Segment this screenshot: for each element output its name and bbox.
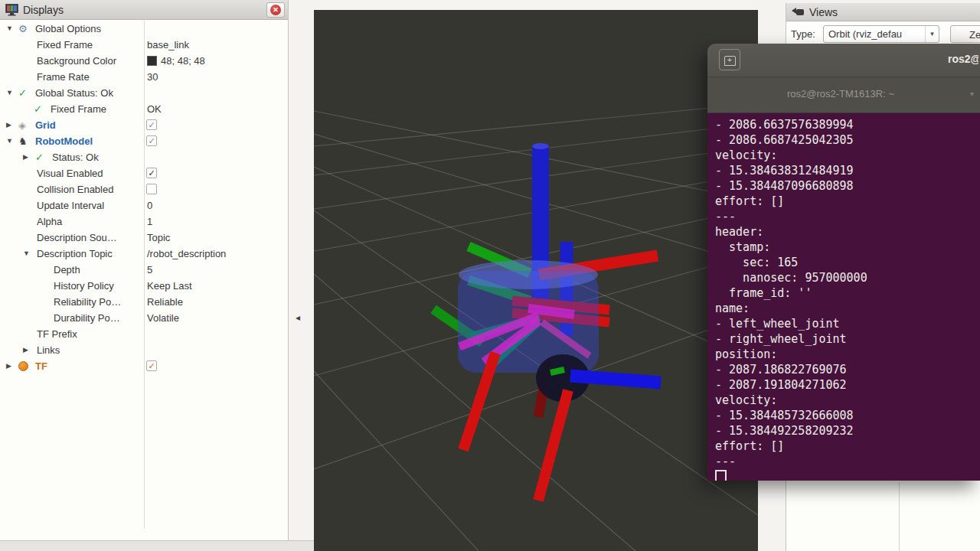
terminal-output[interactable]: - 2086.6637576389994 - 2086.668742504230… bbox=[707, 113, 980, 481]
tf-link-magenta bbox=[528, 308, 574, 315]
property-value[interactable]: 0 bbox=[147, 197, 152, 214]
displays-panel: Displays ✕ ▼⚙Global OptionsFixed Frameba… bbox=[0, 0, 289, 540]
property-label: Depth bbox=[54, 262, 80, 278]
terminal-tabbar: ros2@ros2-TM1613R: ~ ▾ bbox=[707, 77, 980, 113]
panel-title: Views bbox=[809, 6, 977, 18]
property-label: Durability Po… bbox=[54, 310, 120, 326]
tf-icon bbox=[18, 361, 28, 371]
displays-panel-icon bbox=[5, 4, 18, 16]
views-column-divider bbox=[899, 482, 900, 551]
views-panel-icon bbox=[792, 8, 805, 17]
checkbox-unchecked[interactable] bbox=[146, 184, 157, 194]
property-value[interactable]: Topic bbox=[147, 230, 170, 246]
property-label: Description Sou… bbox=[37, 230, 117, 246]
property-label: Grid bbox=[35, 117, 56, 133]
check-icon: ✓ bbox=[34, 101, 42, 117]
terminal-tab[interactable]: ros2@ros2-TM1613R: ~ bbox=[787, 88, 894, 99]
property-label: Collision Enabled bbox=[37, 181, 113, 197]
gear-icon: ⚙ bbox=[18, 21, 28, 37]
terminal-headerbar: + ros2@ bbox=[707, 44, 980, 77]
expand-arrow-icon[interactable]: ▶ bbox=[23, 342, 28, 358]
property-label: Description Topic bbox=[37, 246, 113, 262]
close-panel-button[interactable]: ✕ bbox=[266, 2, 285, 18]
zero-button[interactable]: Ze bbox=[950, 25, 980, 43]
property-label: Visual Enabled bbox=[37, 165, 103, 181]
property-value[interactable]: /robot_description bbox=[147, 246, 226, 262]
collapse-arrow-icon[interactable]: ▼ bbox=[6, 21, 13, 37]
property-label: TF bbox=[35, 358, 47, 374]
collapse-arrow-icon[interactable]: ▼ bbox=[6, 133, 13, 149]
checkbox-checked[interactable]: ✓ bbox=[146, 119, 157, 130]
grid-icon: ◈ bbox=[18, 117, 26, 133]
property-value[interactable]: 5 bbox=[147, 262, 152, 278]
new-tab-icon: + bbox=[724, 56, 736, 66]
chevron-down-icon: ▾ bbox=[970, 90, 974, 98]
checkbox-checked[interactable]: ✓ bbox=[146, 135, 157, 146]
new-tab-button[interactable]: + bbox=[719, 49, 740, 70]
property-value[interactable]: base_link bbox=[147, 37, 189, 53]
3d-viewport[interactable] bbox=[314, 10, 758, 551]
property-value[interactable]: 30 bbox=[147, 69, 158, 85]
property-value[interactable]: Reliable bbox=[147, 294, 183, 310]
bottom-panel-edge bbox=[0, 540, 314, 551]
property-value[interactable]: OK bbox=[147, 101, 162, 117]
axis-z-blue-cylinder bbox=[570, 376, 661, 383]
robot-model bbox=[433, 143, 661, 500]
collapse-arrow-icon[interactable]: ▼ bbox=[6, 85, 13, 101]
chevron-down-icon: ▾ bbox=[925, 26, 939, 42]
displays-panel-titlebar: Displays ✕ bbox=[0, 0, 288, 20]
property-value[interactable]: Keep Last bbox=[147, 278, 192, 294]
property-label: Alpha bbox=[37, 214, 62, 230]
property-value[interactable]: 1 bbox=[147, 214, 152, 230]
property-label: Fixed Frame bbox=[51, 101, 106, 117]
property-label: Fixed Frame bbox=[37, 37, 93, 53]
property-label: Reliability Po… bbox=[54, 294, 121, 310]
property-value[interactable]: 48; 48; 48 bbox=[161, 53, 205, 69]
panel-title: Displays bbox=[23, 4, 266, 16]
collapse-arrow-icon[interactable]: ▼ bbox=[23, 246, 30, 262]
property-label: History Policy bbox=[54, 278, 114, 294]
property-label: Global Options bbox=[35, 21, 101, 37]
view-type-dropdown[interactable]: Orbit (rviz_defau ▾ bbox=[823, 25, 939, 43]
expand-arrow-icon[interactable]: ▶ bbox=[6, 117, 11, 133]
expand-arrow-icon[interactable]: ▶ bbox=[23, 149, 28, 165]
check-icon: ✓ bbox=[35, 149, 44, 165]
close-icon: ✕ bbox=[270, 5, 281, 15]
terminal-window-title: ros2@ bbox=[948, 53, 978, 65]
property-label: TF Prefix bbox=[37, 326, 77, 342]
type-label: Type: bbox=[791, 28, 815, 40]
checkbox-checked[interactable]: ✓ bbox=[146, 168, 157, 178]
view-type-value: Orbit (rviz_defau bbox=[824, 28, 925, 40]
column-divider[interactable] bbox=[144, 21, 145, 529]
panel-collapse-arrow[interactable]: ◂ bbox=[296, 313, 300, 322]
property-label: Frame Rate bbox=[37, 69, 90, 85]
expand-arrow-icon[interactable]: ▶ bbox=[6, 358, 11, 374]
robot-icon: ♞ bbox=[18, 133, 28, 149]
views-panel-titlebar: Views bbox=[786, 3, 980, 21]
terminal-cursor bbox=[715, 470, 727, 481]
property-label: Links bbox=[37, 342, 60, 358]
property-label: Background Color bbox=[37, 53, 116, 69]
property-label: Update Interval bbox=[37, 197, 104, 214]
color-swatch bbox=[147, 56, 157, 66]
property-value[interactable]: Volatile bbox=[147, 310, 179, 326]
property-label: RobotModel bbox=[35, 133, 93, 149]
terminal-window: + ros2@ ros2@ros2-TM1613R: ~ ▾ - 2086.66… bbox=[707, 44, 980, 481]
property-label: Status: Ok bbox=[52, 149, 99, 165]
terminal-text: - 2086.6637576389994 - 2086.668742504230… bbox=[715, 117, 980, 469]
property-label: Global Status: Ok bbox=[35, 85, 113, 101]
checkbox-checked[interactable]: ✓ bbox=[146, 360, 157, 371]
check-icon: ✓ bbox=[18, 85, 27, 101]
